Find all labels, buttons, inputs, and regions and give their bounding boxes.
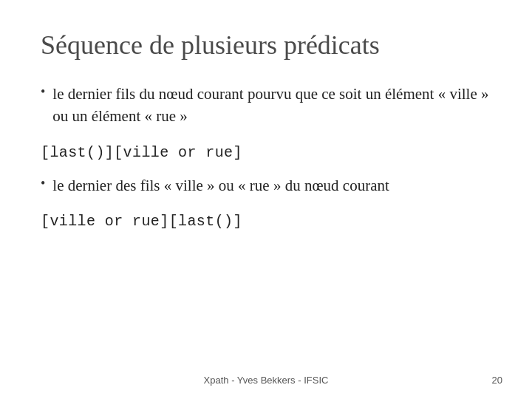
bullet-section-2: • le dernier des fils « ville » ou « rue… [41, 174, 491, 202]
footer: Xpath - Yves Bekkers - IFSIC [0, 375, 532, 386]
bullet-text-2: le dernier des fils « ville » ou « rue »… [52, 174, 389, 197]
bullet-section-1: • le dernier fils du nœud courant pourvu… [41, 83, 491, 134]
code-block-1: [last()][ville or rue] [41, 144, 491, 161]
bullet-item-1: • le dernier fils du nœud courant pourvu… [41, 83, 491, 128]
bullet-text-1: le dernier fils du nœud courant pourvu q… [52, 83, 491, 128]
bullet-dot-1: • [41, 84, 45, 100]
bullet-item-2: • le dernier des fils « ville » ou « rue… [41, 174, 491, 197]
page-number: 20 [492, 375, 502, 386]
slide-title: Séquence de plusieurs prédicats [41, 30, 491, 61]
footer-credit: Xpath - Yves Bekkers - IFSIC [204, 375, 329, 386]
slide-container: Séquence de plusieurs prédicats • le der… [0, 0, 532, 399]
bullet-dot-2: • [41, 176, 45, 191]
code-block-2: [ville or rue][last()] [41, 213, 491, 230]
footer-page: 20 [492, 375, 502, 386]
